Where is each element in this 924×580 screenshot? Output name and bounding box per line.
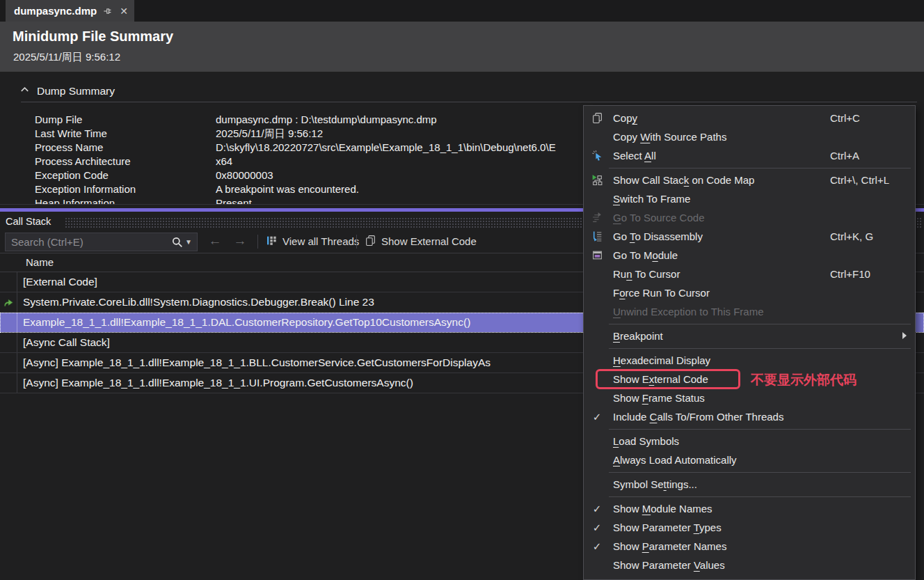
check-icon: ✓: [588, 407, 606, 426]
field-label: Exception Information: [35, 183, 136, 195]
menu-item-show-external-code[interactable]: Show External Code不要显示外部代码: [584, 370, 915, 389]
menu-item-run-to-cursor[interactable]: Run To CursorCtrl+F10: [584, 265, 915, 283]
current-frame-arrow-icon: [0, 292, 17, 312]
frame-text: System.Private.CoreLib.dll!System.Diagno…: [17, 296, 374, 308]
menu-item-select-all[interactable]: Select AllCtrl+A: [584, 146, 915, 165]
show-external-code-button[interactable]: Show External Code: [360, 232, 481, 251]
submenu-arrow-icon: [902, 332, 907, 339]
search-icon[interactable]: [171, 236, 184, 249]
menu-item-shortcut: Ctrl+\, Ctrl+L: [830, 174, 889, 186]
field-value: 2025/5/11/周日 9:56:12: [216, 127, 323, 141]
menu-separator: [609, 168, 911, 168]
frame-text: [External Code]: [17, 276, 97, 288]
menu-item-label: Load Symbols: [613, 435, 679, 447]
field-label: Exception Code: [35, 169, 109, 181]
frame-gutter: [0, 373, 17, 393]
module-icon: [588, 246, 606, 265]
threads-icon: [266, 235, 278, 249]
menu-item-show-parameter-values[interactable]: Show Parameter Values: [584, 556, 915, 574]
menu-item-label: Go To Disassembly: [613, 230, 703, 242]
menu-item-label: Show Module Names: [613, 503, 712, 515]
menu-item-breakpoint[interactable]: Breakpoint: [584, 327, 915, 345]
menu-gutter: [588, 475, 606, 494]
menu-item-label: Go To Module: [613, 249, 678, 261]
page-title: Minidump File Summary: [13, 29, 173, 45]
dump-summary-toggle[interactable]: Dump Summary: [19, 84, 115, 97]
menu-separator: [609, 429, 911, 430]
menu-item-label: Show Parameter Values: [613, 559, 725, 571]
menu-item-label: Switch To Frame: [613, 193, 690, 205]
menu-item-include-calls-to-from-other-threads[interactable]: ✓Include Calls To/From Other Threads: [584, 407, 915, 426]
field-value: D:\skyfly\18.20220727\src\Example\Exampl…: [216, 141, 556, 153]
menu-item-go-to-module[interactable]: Go To Module: [584, 246, 915, 265]
menu-item-load-symbols[interactable]: Load Symbols: [584, 432, 915, 450]
frame-text: Example_18_1_1.dll!Example_18_1_1.DAL.Cu…: [17, 316, 470, 329]
search-input[interactable]: [6, 236, 171, 248]
menu-separator: [609, 324, 911, 324]
menu-item-show-module-names[interactable]: ✓Show Module Names: [584, 499, 915, 518]
select-all-icon: [588, 146, 606, 165]
minidump-header: Minidump File Summary 2025/5/11/周日 9:56:…: [0, 22, 924, 72]
menu-gutter: [588, 127, 606, 146]
show-external-code-label: Show External Code: [381, 235, 477, 247]
frame-gutter: [0, 313, 17, 332]
menu-item-copy[interactable]: CopyCtrl+C: [584, 109, 915, 127]
check-icon: ✓: [588, 499, 606, 518]
field-value: A breakpoint was encountered.: [216, 183, 359, 195]
view-all-threads-label: View all Threads: [282, 235, 359, 247]
pin-icon[interactable]: [103, 6, 113, 17]
frame-text: [Async] Example_18_1_1.dll!Example_18_1_…: [17, 356, 491, 369]
frame-gutter: [0, 272, 17, 292]
menu-item-label: Copy: [613, 112, 637, 124]
field-label: Process Name: [35, 141, 103, 153]
field-label: Dump File: [35, 113, 82, 125]
menu-item-label: Hexadecimal Display: [613, 354, 710, 366]
navigate-back-button[interactable]: ←: [206, 232, 224, 250]
menu-item-show-call-stack-on-code-map[interactable]: Show Call Stack on Code MapCtrl+\, Ctrl+…: [584, 171, 915, 189]
menu-item-label: Show External Code: [613, 373, 708, 385]
menu-item-show-frame-status[interactable]: Show Frame Status: [584, 389, 915, 407]
document-tab-bar: dumpasync.dmp ✕: [0, 0, 924, 22]
menu-item-go-to-disassembly[interactable]: Go To DisassemblyCtrl+K, G: [584, 227, 915, 246]
menu-separator: [609, 472, 911, 473]
navigate-forward-button[interactable]: →: [231, 232, 249, 250]
menu-item-shortcut: Ctrl+C: [830, 112, 860, 124]
menu-gutter: [588, 283, 606, 302]
menu-item-label: Show Frame Status: [613, 392, 705, 404]
red-annotation-text: 不要显示外部代码: [751, 371, 857, 389]
menu-separator: [609, 496, 911, 497]
close-icon[interactable]: ✕: [119, 6, 129, 17]
frame-text: [Async] Example_18_1_1.dll!Example_18_1_…: [17, 377, 413, 389]
menu-item-symbol-settings[interactable]: Symbol Settings...: [584, 475, 915, 494]
menu-gutter: [588, 370, 606, 389]
call-stack-title: Call Stack: [6, 216, 51, 227]
menu-item-copy-with-source-paths[interactable]: Copy With Source Paths: [584, 127, 915, 146]
menu-item-force-run-to-cursor[interactable]: Force Run To Cursor: [584, 283, 915, 302]
frame-text: [Async Call Stack]: [17, 336, 110, 349]
menu-item-show-parameter-types[interactable]: ✓Show Parameter Types: [584, 518, 915, 537]
field-label: Last Write Time: [35, 127, 107, 139]
code-map-icon: [588, 171, 606, 189]
menu-item-go-to-source-code: Go To Source Code: [584, 208, 915, 227]
menu-item-label: Select All: [613, 150, 656, 162]
go-source-icon: [588, 208, 606, 227]
menu-item-label: Show Parameter Names: [613, 540, 726, 552]
menu-item-switch-to-frame[interactable]: Switch To Frame: [584, 189, 915, 208]
menu-item-label: Breakpoint: [613, 330, 663, 342]
copy-icon: [588, 109, 606, 127]
menu-item-show-parameter-names[interactable]: ✓Show Parameter Names: [584, 537, 915, 556]
menu-gutter: [588, 389, 606, 407]
search-dropdown-caret[interactable]: ▼: [185, 238, 192, 246]
menu-item-label: Go To Source Code: [613, 212, 704, 224]
check-icon: ✓: [588, 518, 606, 537]
search-box[interactable]: ▼: [5, 233, 198, 251]
menu-item-always-load-automatically[interactable]: Always Load Automatically: [584, 450, 915, 469]
menu-gutter: [588, 327, 606, 345]
menu-item-hexadecimal-display[interactable]: Hexadecimal Display: [584, 351, 915, 370]
menu-separator: [609, 348, 911, 349]
tab-dumpasync-dmp[interactable]: dumpasync.dmp ✕: [6, 0, 134, 22]
frame-gutter: [0, 333, 17, 352]
view-all-threads-button[interactable]: View all Threads: [262, 232, 363, 251]
menu-item-unwind-exception-to-this-frame: Unwind Exception to This Frame: [584, 302, 915, 321]
menu-gutter: [588, 265, 606, 283]
